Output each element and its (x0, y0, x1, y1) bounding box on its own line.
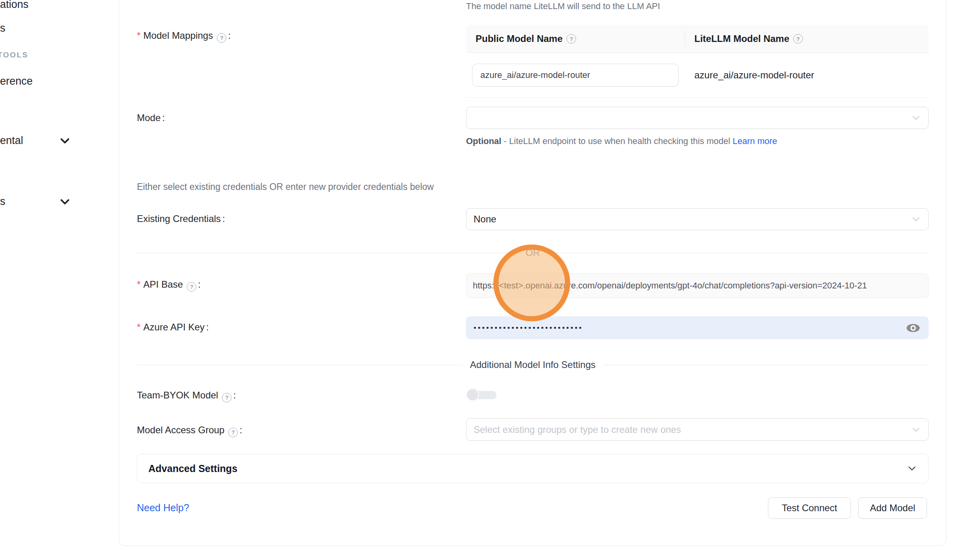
select-placeholder: Select existing groups or type to create… (466, 424, 681, 435)
table-header-row: Public Model Name? LiteLLM Model Name? (466, 25, 929, 53)
azure-api-key-input[interactable]: •••••••••••••••••••••••••• (466, 317, 929, 339)
eye-icon[interactable] (906, 322, 920, 334)
help-question-icon[interactable]: ? (217, 33, 226, 43)
additional-settings-divider: Additional Model Info Settings (137, 358, 929, 371)
team-byok-toggle[interactable] (466, 388, 498, 402)
help-question-icon[interactable]: ? (222, 393, 231, 402)
chevron-down-icon (910, 213, 922, 225)
chevron-down-icon (910, 424, 922, 436)
header-divider (685, 31, 685, 46)
table-row: azure_ai/azure-model-router (466, 53, 929, 98)
model-access-group-select[interactable]: Select existing groups or type to create… (466, 418, 929, 441)
azure-api-key-label: *Azure API Key: (137, 320, 209, 334)
help-question-icon[interactable]: ? (187, 282, 196, 292)
required-asterisk: * (137, 30, 140, 41)
litellm-model-name-value: azure_ai/azure-model-router (685, 70, 929, 81)
team-byok-label: Team-BYOK Model?: (137, 389, 236, 402)
chevron-down-icon (58, 195, 72, 209)
add-model-form-card: The model name LiteLLM will send to the … (119, 0, 946, 546)
add-model-page: ations s TOOLS erence ental s The model … (0, 0, 980, 548)
model-access-group-label: Model Access Group?: (137, 423, 242, 437)
toggle-knob (466, 388, 479, 401)
model-mappings-table: Public Model Name? LiteLLM Model Name? a… (466, 25, 929, 98)
column-header-litellm-model-name: LiteLLM Model Name? (685, 25, 929, 53)
learn-more-link[interactable]: Learn more (733, 136, 777, 146)
need-help-link[interactable]: Need Help? (137, 502, 189, 514)
existing-credentials-select[interactable]: None (466, 208, 929, 230)
sidebar-item[interactable]: s (0, 22, 6, 34)
chevron-down-icon (906, 463, 918, 474)
credentials-note: Either select existing credentials OR en… (137, 182, 434, 192)
required-asterisk: * (137, 279, 140, 290)
add-model-button[interactable]: Add Model (858, 497, 927, 519)
sidebar-item-inference[interactable]: erence (0, 75, 33, 87)
help-question-icon[interactable]: ? (228, 428, 238, 437)
model-mappings-label: *Model Mappings?: (137, 29, 231, 43)
sidebar-item-experimental[interactable]: ental (0, 135, 23, 147)
model-name-help-text: The model name LiteLLM will send to the … (466, 1, 660, 11)
sidebar-section-tools: TOOLS (0, 51, 28, 59)
chevron-down-icon (58, 134, 72, 148)
column-header-public-model-name: Public Model Name? (466, 25, 685, 53)
masked-password-dots: •••••••••••••••••••••••••• (466, 324, 583, 332)
api-base-label: *API Base?: (137, 278, 201, 292)
help-question-icon[interactable]: ? (793, 34, 803, 44)
mode-label: Mode: (137, 111, 165, 125)
mode-help-text: Optional - LiteLLM endpoint to use when … (466, 133, 785, 149)
or-divider: OR (137, 247, 929, 259)
help-question-icon[interactable]: ? (567, 34, 576, 44)
sidebar-item-organizations[interactable]: ations (0, 0, 28, 11)
advanced-settings-panel[interactable]: Advanced Settings (137, 454, 929, 483)
chevron-down-icon (910, 112, 922, 124)
required-asterisk: * (137, 322, 140, 332)
api-base-input[interactable]: https://<test>.openai.azure.com/openai/d… (466, 273, 929, 298)
test-connect-button[interactable]: Test Connect (768, 497, 851, 519)
existing-credentials-label: Existing Credentials: (137, 212, 225, 226)
sidebar-item-settings[interactable]: s (0, 195, 6, 208)
mode-select[interactable] (466, 107, 929, 129)
public-model-name-input[interactable] (472, 64, 679, 87)
